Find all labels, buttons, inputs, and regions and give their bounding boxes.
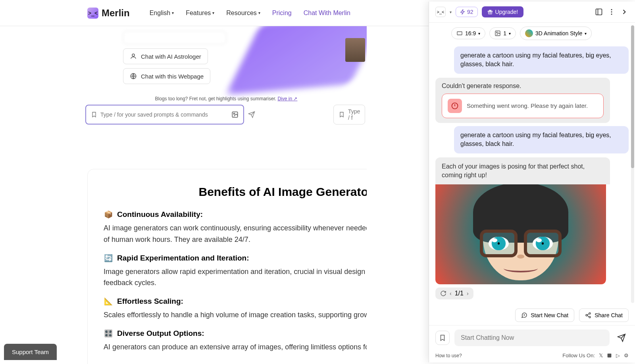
style-avatar-icon bbox=[525, 29, 533, 37]
error-box: Something went wrong. Please try again l… bbox=[442, 94, 604, 118]
image-pagination: ‹ 1/1 › bbox=[435, 287, 473, 299]
bookmark-button[interactable] bbox=[435, 331, 450, 345]
scale-icon: 📐 bbox=[104, 297, 113, 306]
options-icon: 🎛️ bbox=[104, 329, 113, 338]
scrollbar-thumb[interactable] bbox=[631, 25, 634, 168]
svg-point-8 bbox=[611, 11, 612, 13]
refresh-icon[interactable] bbox=[440, 290, 446, 297]
chevron-down-icon: ▾ bbox=[509, 31, 511, 36]
chevron-down-icon: ▾ bbox=[258, 11, 260, 15]
count-select[interactable]: 1 ▾ bbox=[489, 27, 516, 39]
assistant-message: Each of your images is posing for that p… bbox=[435, 157, 610, 285]
cycle-icon: 🔄 bbox=[104, 253, 113, 263]
scrollbar[interactable] bbox=[631, 25, 634, 303]
rect-icon bbox=[456, 30, 463, 36]
follow-links: Follow Us On: 𝕏 ▷ ⚙ bbox=[562, 353, 629, 358]
chevron-down-icon: ▾ bbox=[172, 11, 174, 15]
upgrade-button[interactable]: Upgrade! bbox=[482, 6, 524, 17]
nav-english[interactable]: English▾ bbox=[150, 10, 174, 17]
message-input[interactable] bbox=[454, 330, 610, 346]
benefit-rapid: 🔄Rapid Experimentation and Iteration: Im… bbox=[104, 253, 367, 289]
suggestion-webpage[interactable]: Chat with this Webpage bbox=[123, 68, 210, 84]
panel-logo-icon[interactable]: >_< bbox=[435, 7, 446, 17]
panel-footer: How to use? Follow Us On: 𝕏 ▷ ⚙ bbox=[429, 350, 635, 362]
chevron-down-icon: ▾ bbox=[212, 11, 214, 15]
svg-rect-10 bbox=[457, 32, 462, 35]
chat-input-row: Type / f bbox=[87, 105, 365, 125]
expand-icon[interactable] bbox=[595, 8, 603, 16]
bookmark-icon bbox=[91, 111, 97, 118]
chat-scroll[interactable]: generate a cartoon using my facial featu… bbox=[429, 44, 635, 305]
astrologer-icon bbox=[130, 53, 137, 60]
svg-rect-6 bbox=[596, 9, 602, 15]
share-chat-button[interactable]: Share Chat bbox=[579, 308, 629, 322]
hint-link[interactable]: Dive in ↗ bbox=[277, 96, 297, 102]
bookmark-icon bbox=[339, 111, 345, 118]
credits-pill[interactable]: 92 bbox=[456, 7, 478, 17]
avatar bbox=[345, 38, 365, 62]
options-row: 16:9 ▾ 1 ▾ 3D Animation Style ▾ bbox=[445, 23, 635, 44]
send-button[interactable] bbox=[614, 331, 629, 345]
benefit-availability: 📦Continuous Availability: AI image gener… bbox=[104, 210, 367, 245]
suggestion-blurred[interactable] bbox=[123, 31, 226, 44]
svg-point-7 bbox=[611, 9, 612, 10]
next-icon[interactable]: › bbox=[467, 290, 469, 297]
main-content: Chat with AI Astrologer Chat with this W… bbox=[0, 26, 367, 364]
svg-point-14 bbox=[589, 312, 591, 314]
chat-actions: Start New Chat Share Chat bbox=[429, 305, 635, 325]
share-icon bbox=[585, 312, 591, 318]
user-message: generate a cartoon using my facial featu… bbox=[454, 126, 629, 153]
benefit-scaling: 📐Effortless Scaling: Scales effortlessly… bbox=[104, 297, 367, 321]
chevron-down-icon: ▾ bbox=[585, 31, 587, 36]
nav-features[interactable]: Features▾ bbox=[186, 10, 214, 17]
panel-header: >_< ▾ 92 Upgrade! bbox=[429, 2, 635, 23]
chevron-down-icon: ▾ bbox=[478, 31, 480, 36]
benefits-heading: Benefits of AI Image Generator bbox=[104, 185, 367, 199]
how-to-use-link[interactable]: How to use? bbox=[435, 353, 462, 358]
benefit-diverse: 🎛️Diverse Output Options: AI generators … bbox=[104, 329, 367, 353]
logo[interactable]: >_< Merlin bbox=[87, 8, 130, 19]
svg-point-16 bbox=[589, 316, 591, 318]
svg-point-0 bbox=[132, 54, 135, 56]
lightning-icon bbox=[460, 9, 466, 15]
logo-text: Merlin bbox=[102, 8, 130, 19]
chat-input-primary[interactable] bbox=[85, 105, 244, 125]
suggestion-astrologer[interactable]: Chat with AI Astrologer bbox=[123, 48, 208, 64]
image-icon[interactable] bbox=[231, 111, 239, 118]
nav-pricing[interactable]: Pricing bbox=[272, 10, 292, 17]
chevron-right-icon[interactable] bbox=[620, 8, 629, 16]
side-panel: >_< ▾ 92 Upgrade! 16:9 ▾ bbox=[429, 2, 635, 362]
style-select[interactable]: 3D Animation Style ▾ bbox=[520, 27, 592, 40]
globe-icon bbox=[130, 73, 137, 80]
more-icon[interactable] bbox=[607, 8, 616, 16]
system-error-message: Couldn't generate response. Something we… bbox=[435, 78, 610, 123]
svg-point-12 bbox=[496, 32, 498, 33]
play-icon[interactable]: ▷ bbox=[616, 353, 620, 358]
prev-icon[interactable]: ‹ bbox=[450, 290, 452, 297]
page-indicator: 1/1 bbox=[455, 290, 464, 297]
send-icon[interactable] bbox=[248, 111, 255, 118]
hint-text: Blogs too long? Fret not, get highlights… bbox=[87, 96, 365, 102]
nav-items: English▾ Features▾ Resources▾ Pricing Ch… bbox=[150, 10, 350, 17]
chevron-down-icon[interactable]: ▾ bbox=[450, 10, 452, 14]
svg-point-15 bbox=[586, 314, 587, 316]
chat-plus-icon bbox=[521, 312, 527, 318]
logo-icon: >_< bbox=[87, 8, 98, 19]
x-icon[interactable]: 𝕏 bbox=[599, 353, 603, 358]
start-new-chat-button[interactable]: Start New Chat bbox=[515, 308, 574, 322]
svg-point-9 bbox=[611, 13, 612, 15]
aspect-ratio-select[interactable]: 16:9 ▾ bbox=[451, 27, 485, 39]
benefits-section: Benefits of AI Image Generator 📦Continuo… bbox=[87, 169, 367, 364]
chat-input-secondary[interactable]: Type / f bbox=[333, 105, 365, 125]
cube-icon: 📦 bbox=[104, 210, 113, 219]
gift-icon bbox=[487, 9, 493, 15]
image-icon bbox=[495, 30, 501, 36]
gear-icon[interactable]: ⚙ bbox=[624, 353, 629, 358]
linkedin-icon[interactable] bbox=[607, 353, 612, 358]
chat-input-field[interactable] bbox=[100, 111, 228, 118]
support-button[interactable]: Support Team bbox=[4, 344, 57, 360]
generated-image[interactable] bbox=[435, 184, 606, 284]
svg-rect-17 bbox=[608, 354, 612, 358]
nav-resources[interactable]: Resources▾ bbox=[226, 10, 260, 17]
nav-chat-with-merlin[interactable]: Chat With Merlin bbox=[304, 10, 350, 17]
